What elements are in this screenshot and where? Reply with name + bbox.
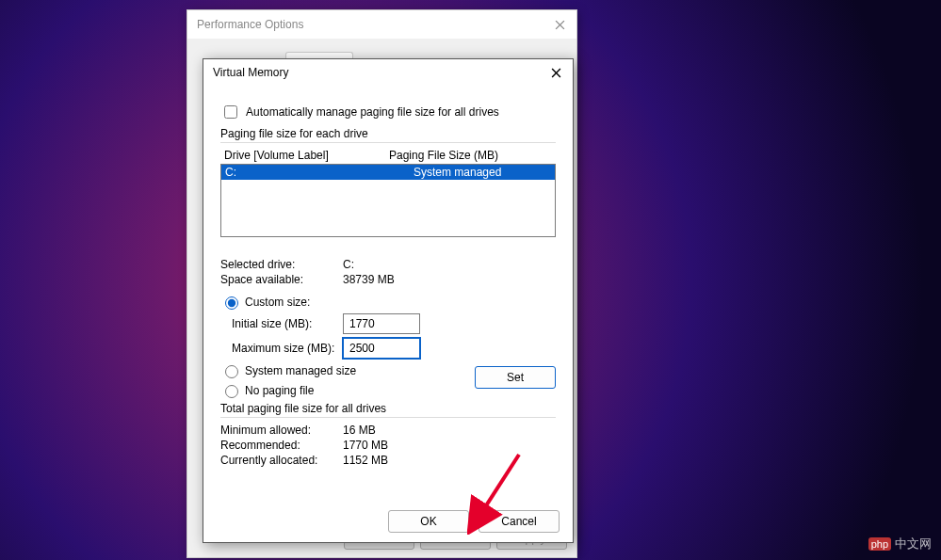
header-size-col: Paging File Size (MB) [389, 149, 498, 162]
perf-titlebar: Performance Options [187, 10, 576, 39]
currently-allocated-label: Currently allocated: [220, 454, 343, 467]
ok-button[interactable]: OK [388, 510, 469, 533]
watermark-logo: php [868, 537, 891, 551]
perf-title-text: Performance Options [197, 18, 303, 31]
custom-size-label: Custom size: [245, 296, 310, 309]
perf-close-icon[interactable] [552, 17, 567, 32]
currently-allocated-value: 1152 MB [343, 454, 388, 467]
totals-section-label: Total paging file size for all drives [220, 402, 556, 415]
drive-list-header: Drive [Volume Label] Paging File Size (M… [220, 149, 556, 162]
custom-size-radio[interactable] [225, 296, 238, 310]
recommended-label: Recommended: [220, 439, 343, 452]
auto-manage-checkbox[interactable] [224, 105, 237, 119]
each-drive-section-label: Paging file size for each drive [220, 127, 556, 140]
drive-label: C: [225, 166, 414, 179]
vm-titlebar: Virtual Memory [203, 59, 573, 86]
watermark-text: 中文网 [895, 536, 932, 552]
space-available-value: 38739 MB [343, 273, 395, 286]
initial-size-input[interactable] [343, 313, 420, 334]
system-managed-radio[interactable] [225, 365, 238, 378]
selected-drive-value: C: [343, 258, 354, 271]
minimum-allowed-value: 16 MB [343, 424, 376, 437]
drive-size: System managed [414, 166, 501, 179]
no-paging-radio[interactable] [225, 385, 238, 398]
divider [220, 142, 556, 143]
maximum-size-input[interactable] [343, 338, 420, 359]
system-managed-label: System managed size [245, 364, 356, 377]
recommended-value: 1770 MB [343, 439, 388, 452]
space-available-label: Space available: [220, 273, 343, 286]
cancel-button[interactable]: Cancel [479, 510, 560, 533]
selected-drive-label: Selected drive: [220, 258, 343, 271]
vm-title-text: Virtual Memory [213, 66, 288, 79]
minimum-allowed-label: Minimum allowed: [220, 424, 343, 437]
watermark: php 中文网 [868, 536, 932, 552]
initial-size-label: Initial size (MB): [232, 317, 343, 330]
divider [220, 417, 556, 418]
virtual-memory-dialog: Virtual Memory Automatically manage pagi… [203, 58, 574, 543]
drive-row[interactable]: C: System managed [221, 165, 555, 180]
header-drive-col: Drive [Volume Label] [224, 149, 389, 162]
drive-listbox[interactable]: C: System managed [220, 164, 556, 237]
vm-button-row: OK Cancel [388, 510, 560, 533]
no-paging-label: No paging file [245, 384, 314, 397]
set-button[interactable]: Set [475, 366, 556, 389]
vm-close-icon[interactable] [548, 65, 563, 80]
auto-manage-label: Automatically manage paging file size fo… [246, 105, 499, 119]
maximum-size-label: Maximum size (MB): [232, 342, 343, 355]
